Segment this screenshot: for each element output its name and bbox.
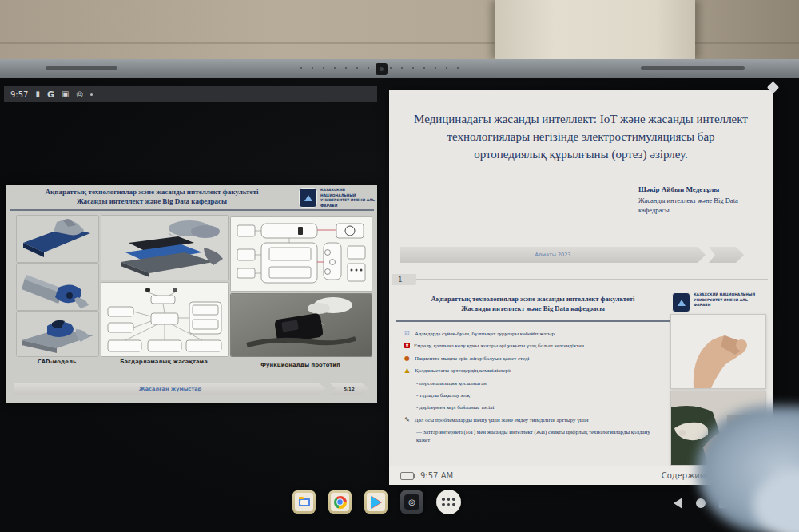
red-cross-icon: ✖ — [404, 343, 410, 348]
bullet-item: ☑ Адамдарда сүйек-буын, бұлшықет аурулар… — [403, 330, 662, 337]
system-block-diagram — [230, 216, 372, 292]
prototype-photo — [230, 293, 372, 357]
university-logo: КАЗАХСКИЙ НАЦИОНАЛЬНЫЙ УНИВЕРСИТЕТ ИМЕНИ… — [299, 188, 377, 208]
slide-footer-label: Жасалған жұмыстар — [139, 386, 202, 392]
university-shield-icon — [672, 292, 690, 312]
slide-footer-banner: Жасалған жұмыстар — [14, 383, 326, 395]
webcam — [376, 63, 388, 75]
wrist-exercise-photo-1 — [670, 314, 766, 389]
caption-cad: CAD-модель — [16, 359, 97, 365]
slide-page-banner: 5/12 — [329, 383, 369, 395]
screenshot-icon: ▣ — [62, 90, 69, 98]
monitor-bezel — [0, 59, 799, 78]
bullet-subitem: - дәрігермен кері байланыс тәсілі — [416, 403, 662, 411]
slide-page-indicator: 5/12 — [344, 387, 355, 391]
header-rule — [10, 209, 374, 211]
slide2-header-line1: Ақпараттық технологиялар және жасанды ин… — [397, 294, 669, 304]
exploded-cad-view — [101, 215, 229, 280]
room-wall — [0, 0, 799, 64]
caption-software: Бағдарламалық жасақтама — [101, 359, 227, 365]
slide-header: Ақпараттық технологиялар және жасанды ин… — [11, 187, 292, 206]
bullet-subitem: - тұрақты бақылау жоқ — [416, 391, 662, 399]
app-dock: ◎ — [292, 490, 461, 514]
date-banner-tail — [709, 247, 744, 263]
university-logo-text: КАЗАХСКИЙ НАЦИОНАЛЬНЫЙ УНИВЕРСИТЕТ ИМЕНИ… — [694, 292, 755, 308]
screen: 9:57 ▮ G ▣ ◎ Ақпараттық технологиялар жә… — [0, 78, 799, 532]
doc-title: Медицинадағы жасанды интеллект: IoT және… — [413, 111, 749, 163]
android-status-bar[interactable]: 9:57 ▮ G ▣ ◎ — [4, 86, 377, 102]
bullet-item: ● Пациентте мықты ерік-жігер болуын қаже… — [403, 355, 662, 363]
warning-icon: ▲ — [403, 367, 411, 375]
bullet-item: ▲ Қолданыстағы ортездердің кемшіліктері: — [403, 367, 662, 375]
google-icon: G — [47, 90, 54, 99]
university-logo-text: КАЗАХСКИЙ НАЦИОНАЛЬНЫЙ УНИВЕРСИТЕТ ИМЕНИ… — [320, 188, 377, 208]
battery-icon — [400, 472, 414, 480]
date-banner: Алматы 2023 — [400, 247, 706, 263]
caption-prototype: Функционалды прототип — [230, 362, 371, 368]
photo-of-interactive-panel: 9:57 ▮ G ▣ ◎ Ақпараттық технологиялар жә… — [0, 0, 799, 532]
slide2-bullet-list: ☑ Адамдарда сүйек-буын, бұлшықет аурулар… — [403, 330, 662, 448]
files-icon[interactable] — [292, 490, 316, 514]
university-shield-icon — [299, 188, 317, 208]
university-logo: КАЗАХСКИЙ НАЦИОНАЛЬНЫЙ УНИВЕРСИТЕТ ИМЕНИ… — [672, 292, 755, 312]
doc-author-block: Шәкір Айбын Медетұлы Жасанды интеллект ж… — [638, 185, 770, 216]
bullet-item: ✖ Емделу, қалпына келу құны жоғары әрі у… — [403, 342, 662, 349]
viewer-clock: 9:57 AM — [420, 471, 453, 480]
checkbox-icon: ☑ — [403, 330, 411, 337]
cad-render-1 — [16, 215, 99, 263]
pen-icon: ✎ — [403, 416, 411, 424]
cad-render-2 — [16, 263, 99, 311]
slide-header-line1: Ақпараттық технологиялар және жасанды ин… — [11, 187, 292, 197]
wall-column — [495, 0, 695, 59]
author-dept-line2: кафедрасы — [638, 206, 670, 214]
slide-number-tab: 1 — [392, 274, 416, 285]
bezel-vents — [46, 66, 117, 70]
play-store-icon[interactable] — [364, 490, 388, 514]
globe-icon: ◎ — [76, 90, 83, 98]
screen-recorder-icon[interactable]: ◎ — [400, 490, 423, 514]
clock: 9:57 — [10, 90, 28, 99]
notification-dot — [90, 93, 93, 96]
date-banner-label: Алматы 2023 — [535, 252, 570, 258]
presentation-slide-image[interactable]: Ақпараттық технологиялар және жасанды ин… — [6, 185, 377, 403]
author-dept-line1: Жасанды интеллект және Big Data — [638, 197, 738, 204]
slide-header-line2: Жасанды интеллект және Big Data кафедрас… — [11, 197, 292, 206]
slide2-header: Ақпараттық технологиялар және жасанды ин… — [397, 294, 669, 314]
battery-icon: ▮ — [35, 90, 40, 98]
blurred-person-hand — [681, 382, 799, 532]
author-name: Шәкір Айбын Медетұлы — [638, 185, 719, 193]
app-drawer-icon[interactable] — [436, 490, 461, 514]
slide2-header-line2: Жасанды интеллект және Big Data кафедрас… — [397, 304, 669, 313]
cad-render-3 — [16, 311, 99, 357]
software-flowchart — [101, 282, 229, 357]
bezel-vents — [641, 66, 745, 70]
bullet-subitem: - персонализация қосылмаған — [416, 379, 662, 387]
bullet-subitem: — Заттар интернеті (IoT) мен жасанды инт… — [416, 428, 662, 443]
slide-divider-line — [416, 279, 768, 280]
chrome-icon[interactable] — [328, 490, 352, 514]
orange-bomb-icon: ● — [403, 355, 411, 363]
header-rule-thin — [10, 212, 374, 212]
bullet-item: ✎ Дәл осы проблемаларды шешу үшін және е… — [403, 416, 662, 424]
